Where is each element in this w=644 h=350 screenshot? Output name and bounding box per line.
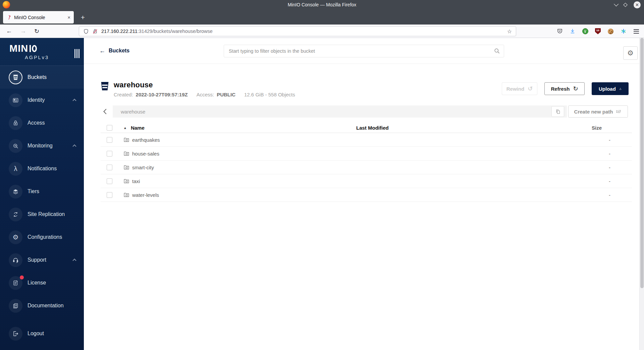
sidebar-item-monitoring[interactable]: Monitoring bbox=[0, 134, 84, 157]
ublock-origin-icon[interactable]: U0 bbox=[595, 28, 601, 35]
sort-ascending-icon[interactable]: ▲ bbox=[123, 126, 127, 130]
column-header-last-modified[interactable]: Last Modified bbox=[356, 125, 561, 131]
tab-strip: MinIO Console × + bbox=[0, 9, 644, 25]
downloads-icon[interactable] bbox=[569, 28, 576, 35]
window-close-icon[interactable]: ✕ bbox=[634, 1, 641, 8]
license-doc-icon bbox=[9, 276, 22, 290]
path-back-button[interactable] bbox=[101, 107, 110, 116]
table-body: earthquakes-house-sales-smart-city-taxi-… bbox=[101, 133, 632, 202]
sidebar-item-license[interactable]: License bbox=[0, 271, 84, 294]
page-header: ← Buckets ⚙ bbox=[84, 38, 644, 64]
row-name-cell[interactable]: water-levels bbox=[123, 192, 356, 198]
folder-name: house-sales bbox=[132, 151, 159, 157]
table-row-earthquakes[interactable]: earthquakes- bbox=[101, 133, 632, 147]
refresh-icon: ↻ bbox=[573, 85, 578, 92]
sidebar-item-buckets[interactable]: Buckets bbox=[0, 66, 84, 89]
upload-icon bbox=[619, 86, 622, 92]
row-name-cell[interactable]: house-sales bbox=[123, 150, 356, 157]
sidebar-item-label: Access bbox=[28, 120, 45, 126]
row-name-cell[interactable]: smart-city bbox=[123, 164, 356, 170]
headset-icon bbox=[9, 253, 22, 267]
bucket-size-summary: 12.6 GiB - 558 Objects bbox=[244, 92, 295, 97]
bucket-settings-button[interactable]: ⚙ bbox=[623, 46, 638, 60]
folder-name: water-levels bbox=[132, 192, 159, 198]
row-checkbox[interactable] bbox=[107, 192, 112, 198]
row-checkbox[interactable] bbox=[107, 137, 112, 143]
row-checkbox[interactable] bbox=[107, 151, 112, 157]
sidebar-item-access[interactable]: Access bbox=[0, 112, 84, 134]
copy-path-button[interactable] bbox=[551, 106, 564, 117]
sidebar-item-tiers[interactable]: Tiers bbox=[0, 180, 84, 203]
sidebar-item-identity[interactable]: Identity bbox=[0, 89, 84, 112]
menu-hamburger-icon[interactable] bbox=[633, 28, 639, 35]
rewind-button[interactable]: Rewind↺ bbox=[502, 82, 537, 95]
table-row-smart-city[interactable]: smart-city- bbox=[101, 161, 632, 174]
tab-close-icon[interactable]: × bbox=[67, 14, 70, 20]
access-label: Access: bbox=[197, 92, 214, 97]
sidebar-item-notifications[interactable]: λNotifications bbox=[0, 157, 84, 180]
sidebar-item-documentation[interactable]: Documentation bbox=[0, 294, 84, 317]
sidebar-item-label: Configurations bbox=[28, 234, 62, 240]
reload-button[interactable]: ↻ bbox=[34, 28, 39, 35]
lambda-icon: λ bbox=[9, 162, 22, 176]
current-path-bar: warehouse bbox=[113, 105, 567, 118]
logo-i-bar bbox=[30, 45, 31, 52]
table-header-row: ▲Name Last Modified Size bbox=[101, 123, 632, 133]
row-size: - bbox=[561, 178, 632, 184]
sidebar-item-label: Notifications bbox=[28, 166, 57, 172]
filter-objects-input[interactable] bbox=[224, 45, 504, 57]
page-scrollbar[interactable] bbox=[639, 38, 644, 350]
back-to-buckets-link[interactable]: ← Buckets bbox=[99, 47, 129, 54]
new-tab-button[interactable]: + bbox=[78, 13, 88, 22]
select-all-checkbox[interactable] bbox=[107, 125, 112, 131]
back-button[interactable]: ← bbox=[6, 28, 12, 35]
search-icon bbox=[494, 48, 500, 54]
logout-icon bbox=[9, 327, 22, 341]
folder-name: taxi bbox=[132, 178, 140, 184]
row-name-cell[interactable]: taxi bbox=[123, 178, 356, 184]
license-tag: AGPLv3 bbox=[25, 55, 76, 60]
window-maximize-icon[interactable] bbox=[623, 3, 628, 7]
tracking-shield-icon[interactable] bbox=[83, 29, 89, 34]
window-minimize-icon[interactable] bbox=[614, 2, 619, 6]
upload-button[interactable]: Upload bbox=[592, 82, 629, 95]
row-checkbox[interactable] bbox=[107, 165, 112, 170]
sidebar-item-configurations[interactable]: ⚙Configurations bbox=[0, 226, 84, 249]
row-name-cell[interactable]: earthquakes bbox=[123, 137, 356, 143]
row-checkbox[interactable] bbox=[107, 178, 112, 184]
gear-icon: ⚙ bbox=[9, 230, 22, 244]
url-bar[interactable]: 217.160.222.211:31429/buckets/warehouse/… bbox=[79, 26, 516, 36]
sidebar-collapse-icon[interactable] bbox=[74, 49, 80, 58]
pocket-icon[interactable] bbox=[556, 28, 563, 35]
chevron-up-icon bbox=[72, 99, 76, 102]
table-row-taxi[interactable]: taxi- bbox=[101, 174, 632, 188]
sidebar-item-label: Documentation bbox=[28, 303, 64, 309]
browser-tab-minio-console[interactable]: MinIO Console × bbox=[3, 11, 74, 24]
row-size: - bbox=[561, 137, 632, 143]
created-value: 2022-10-27T09:57:19Z bbox=[136, 92, 188, 97]
created-label: Created: bbox=[114, 92, 133, 97]
cookie-manager-icon[interactable] bbox=[607, 28, 614, 35]
row-size: - bbox=[561, 192, 632, 198]
column-header-size[interactable]: Size bbox=[561, 125, 632, 131]
objects-table: ▲Name Last Modified Size earthquakes-hou… bbox=[101, 123, 632, 202]
table-row-water-levels[interactable]: water-levels- bbox=[101, 188, 632, 202]
extension-spark-icon[interactable] bbox=[620, 28, 627, 35]
table-row-house-sales[interactable]: house-sales- bbox=[101, 147, 632, 161]
folder-name: earthquakes bbox=[132, 137, 160, 143]
documentation-icon bbox=[9, 299, 22, 313]
column-header-name[interactable]: Name bbox=[131, 125, 145, 131]
main-content: ← Buckets ⚙ warehouse Created:2022-10-27… bbox=[84, 38, 644, 350]
scrollbar-thumb[interactable] bbox=[640, 38, 644, 288]
sidebar-item-support[interactable]: Support bbox=[0, 249, 84, 271]
forward-button[interactable]: → bbox=[20, 28, 26, 35]
create-new-path-button[interactable]: Create new path bbox=[568, 105, 628, 118]
sidebar-item-logout[interactable]: Logout bbox=[0, 322, 84, 345]
row-size: - bbox=[561, 151, 632, 157]
refresh-button[interactable]: Refresh↻ bbox=[544, 82, 585, 95]
bookmark-star-icon[interactable]: ☆ bbox=[507, 28, 512, 35]
current-path-text: warehouse bbox=[121, 109, 551, 115]
privacy-badger-icon[interactable] bbox=[582, 28, 588, 35]
sidebar-item-site-replication[interactable]: Site Replication bbox=[0, 203, 84, 226]
insecure-lock-icon[interactable] bbox=[92, 29, 98, 34]
